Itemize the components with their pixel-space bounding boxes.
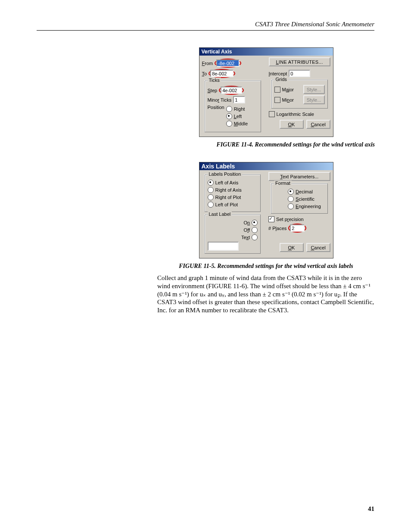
to-label: To bbox=[202, 71, 207, 76]
format-sci-radio[interactable] bbox=[288, 196, 294, 202]
labels-position-group: Labels Position Left of Axis Right of Ax… bbox=[205, 174, 261, 212]
right-of-plot-radio[interactable] bbox=[208, 194, 214, 200]
lastlabel-on-label: On bbox=[243, 220, 250, 225]
minor-grid-check[interactable] bbox=[274, 97, 280, 103]
minor-grid-label: Minor bbox=[282, 97, 294, 103]
logscale-label: Logarithmic Scale bbox=[277, 112, 314, 117]
body-paragraph: Collect and graph 1 minute of wind data … bbox=[157, 274, 375, 314]
format-eng-radio[interactable] bbox=[288, 203, 294, 209]
major-grid-label: Major bbox=[282, 87, 294, 92]
set-precision-label: Set precision bbox=[276, 217, 304, 222]
ticks-legend: Ticks bbox=[208, 78, 221, 83]
cancel-button[interactable]: Cancel bbox=[306, 120, 330, 129]
dialog-title: Vertical Axis bbox=[199, 48, 333, 56]
page-number: 41 bbox=[368, 505, 374, 513]
figure-11-4-caption: FIGURE 11-4. Recommended settings for th… bbox=[157, 141, 375, 148]
ok-button[interactable]: OK bbox=[280, 120, 304, 129]
places-label: # Places bbox=[268, 226, 286, 231]
highlight-oval bbox=[219, 86, 244, 95]
last-label-group: Last Label On Off Text bbox=[205, 215, 261, 254]
pos-middle-radio[interactable] bbox=[226, 121, 232, 127]
lastlabel-text-input[interactable] bbox=[208, 242, 239, 251]
pos-left-label: Left bbox=[234, 114, 242, 119]
from-label: From bbox=[202, 61, 213, 66]
line-attributes-button[interactable]: LINE ATTRIBUTES... bbox=[269, 57, 330, 66]
right-of-plot-label: Right of Plot bbox=[215, 195, 241, 200]
set-precision-check[interactable] bbox=[268, 216, 274, 222]
dialog-title: Axis Labels bbox=[199, 162, 333, 170]
lastlabel-off-label: Off bbox=[244, 227, 250, 233]
pos-right-label: Right bbox=[234, 106, 245, 112]
step-input[interactable] bbox=[221, 87, 242, 94]
lastlabel-off-radio[interactable] bbox=[252, 227, 258, 233]
format-eng-label: Engineering bbox=[296, 204, 321, 209]
intercept-label: Intercept bbox=[269, 71, 287, 76]
format-group: Format Decimal Scientific Engineering bbox=[271, 184, 327, 214]
left-of-axis-label: Left of Axis bbox=[215, 180, 239, 185]
running-header: CSAT3 Three Dimensional Sonic Anemometer bbox=[255, 21, 374, 28]
grids-group: Grids Major Style... Minor Style... bbox=[271, 80, 328, 109]
highlight-oval bbox=[288, 224, 306, 233]
logscale-check[interactable] bbox=[269, 111, 275, 117]
places-input[interactable] bbox=[290, 224, 305, 232]
lastlabel-text-radio[interactable] bbox=[252, 234, 258, 240]
vertical-axis-dialog: Vertical Axis From To Ticks bbox=[199, 47, 333, 137]
lastlabel-on-radio[interactable] bbox=[252, 220, 258, 226]
step-label: Step bbox=[208, 88, 218, 93]
format-decimal-radio[interactable] bbox=[288, 189, 294, 195]
position-label: Position bbox=[208, 105, 224, 110]
left-of-axis-radio[interactable] bbox=[208, 180, 214, 186]
minor-style-button[interactable]: Style... bbox=[303, 95, 325, 104]
major-grid-check[interactable] bbox=[274, 87, 280, 93]
grids-legend: Grids bbox=[274, 77, 288, 82]
ticks-group: Ticks Step Minor Ticks Position bbox=[205, 81, 261, 132]
pos-middle-label: Middle bbox=[234, 121, 248, 126]
format-legend: Format bbox=[274, 180, 292, 186]
left-of-plot-label: Left of Plot bbox=[215, 202, 238, 207]
cancel-button[interactable]: Cancel bbox=[306, 243, 330, 252]
lastlabel-text-label: Text bbox=[241, 235, 250, 240]
pos-left-radio[interactable] bbox=[226, 113, 232, 119]
labels-position-legend: Labels Position bbox=[208, 171, 243, 177]
from-input[interactable] bbox=[216, 59, 240, 67]
minorticks-input[interactable] bbox=[233, 96, 245, 103]
header-rule bbox=[37, 30, 374, 31]
ok-button[interactable]: OK bbox=[280, 243, 304, 252]
axis-labels-dialog: Axis Labels Labels Position Left of Axis… bbox=[199, 162, 333, 258]
highlight-oval bbox=[215, 59, 241, 68]
format-decimal-label: Decimal bbox=[296, 189, 313, 194]
text-parameters-button[interactable]: Text Parameters... bbox=[268, 172, 330, 181]
major-style-button[interactable]: Style... bbox=[303, 85, 325, 94]
left-of-plot-radio[interactable] bbox=[208, 202, 214, 208]
to-input[interactable] bbox=[210, 70, 234, 77]
minorticks-label: Minor Ticks bbox=[208, 97, 232, 103]
highlight-oval bbox=[209, 69, 235, 78]
pos-right-radio[interactable] bbox=[226, 106, 232, 112]
last-label-legend: Last Label bbox=[208, 212, 232, 217]
figure-11-5-caption: FIGURE 11-5. Recommended settings for th… bbox=[157, 263, 375, 270]
right-of-axis-label: Right of Axis bbox=[215, 187, 242, 193]
intercept-input[interactable] bbox=[289, 70, 310, 77]
format-sci-label: Scientific bbox=[296, 196, 314, 202]
right-of-axis-radio[interactable] bbox=[208, 187, 214, 193]
